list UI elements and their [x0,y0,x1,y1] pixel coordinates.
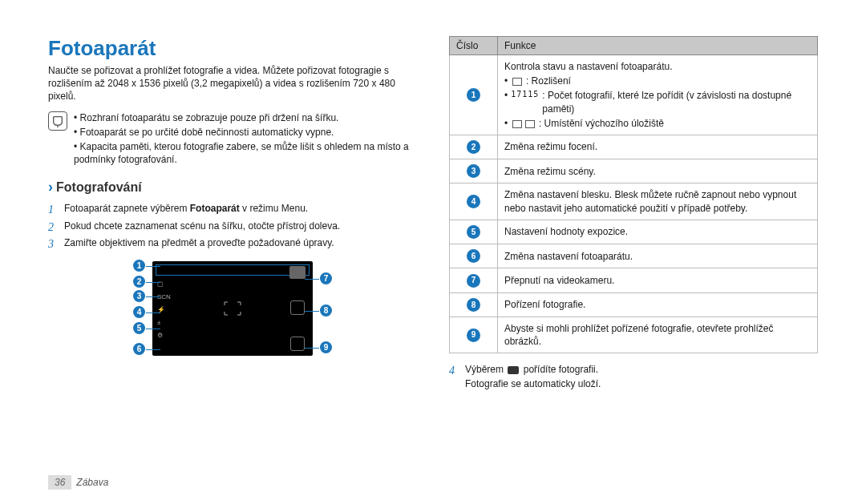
step-item: 4 Výběrem pořídíte fotografii. Fotografi… [449,363,818,391]
callout-lead [305,311,319,312]
row-num: 7 [450,268,498,292]
step-item: 1 Fotoaparát zapnete výběrem Fotoaparát … [48,202,417,216]
row-desc: Abyste si mohli prohlížet pořízené fotog… [498,317,818,353]
row-desc: Změna režimu scény. [498,159,818,183]
callout-circle: 3 [467,164,480,178]
focus-brackets [224,301,241,316]
intro-text: Naučte se pořizovat a prohlížet fotograf… [48,64,417,103]
callout-circle: 6 [467,249,480,263]
chevron-icon: › [48,179,53,196]
step-text: pořídíte fotografii. [524,364,598,375]
page-section: Zábava [76,477,108,488]
step-text: Výběrem [465,364,506,375]
row-desc: Kontrola stavu a nastavení fotoaparátu. … [498,55,818,135]
sub-bullet: : Umístění výchozího úložiště [504,117,811,130]
viewfinder: ▢SCN⚡±⚙ [152,261,313,356]
row-num: 6 [450,244,498,268]
note-list: Rozhraní fotoaparátu se zobrazuje pouze … [74,111,417,168]
callout-circle: 2 [467,140,480,154]
step-num: 2 [48,220,54,236]
callout-circle: 7 [467,274,480,288]
step-text: v režimu Menu. [240,203,308,214]
callout-circle: 5 [467,225,480,239]
page-number: 36 [48,475,71,490]
callout: 2 [133,276,145,288]
callout: 4 [133,306,145,318]
camera-diagram: ▢SCN⚡±⚙ 1 2 3 4 5 6 7 8 9 [136,261,329,356]
step-text: Fotoaparát zapnete výběrem [64,203,190,214]
callout-lead [305,348,319,349]
function-table: Číslo Funkce 1 Kontrola stavu a nastaven… [449,36,818,353]
step-bold: Fotoaparát [190,203,240,214]
sub-text: : Počet fotografií, které lze pořídit (v… [542,89,811,115]
row-desc: Změna nastavení blesku. Blesk můžete ruč… [498,183,818,220]
sub-bullets: : Rozlišení 17115 : Počet fotografií, kt… [504,75,811,130]
row-desc: Změna nastavení fotoaparátu. [498,244,818,268]
callout-circle: 8 [467,298,480,312]
callout: 8 [320,304,332,317]
page-heading: Fotoaparát [48,36,417,61]
page-footer: 36 Zábava [48,475,108,490]
row-desc: Přepnutí na videokameru. [498,268,818,292]
callout-lead [146,266,160,267]
storage-icon [512,120,522,128]
row-desc: Nastavení hodnoty expozice. [498,220,818,244]
note-item: Rozhraní fotoaparátu se zobrazuje pouze … [74,111,417,124]
row-num: 2 [450,135,498,159]
resolution-icon [512,78,522,86]
sub-text: : Rozlišení [524,75,571,87]
row-desc-text: Kontrola stavu a nastavení fotoaparátu. [504,60,811,73]
sub-text: : Umístění výchozího úložiště [536,118,664,129]
row-num: 3 [450,159,498,183]
count-value: 17115 [511,89,539,100]
th-number: Číslo [450,37,498,55]
row-num: 1 [450,55,498,135]
step-item: 2 Pokud chcete zaznamenat scénu na šířku… [48,220,417,233]
callout-lead [305,279,319,280]
th-function: Funkce [498,37,818,55]
note-item: Kapacita paměti, kterou fotografie zaber… [74,140,417,166]
callout: 7 [320,272,332,284]
note-icon [48,111,67,131]
callout-lead [146,282,160,283]
callout: 3 [133,290,145,302]
sub-bullet: : Rozlišení [504,75,811,87]
step-text: Zamiřte objektivem na předmět a proveďte… [64,237,334,248]
callout-circle: 9 [467,329,480,342]
step-num: 1 [48,202,54,218]
step-text: Fotografie se automaticky uloží. [465,378,601,389]
callout-lead [146,349,160,350]
row-num: 4 [450,183,498,220]
sub-heading-label: Fotografování [56,180,142,195]
callout: 5 [133,322,145,334]
step-num: 3 [48,236,54,252]
callout-circle: 1 [467,88,480,102]
step-text: Pokud chcete zaznamenat scénu na šířku, … [64,220,340,232]
callout-lead [146,329,160,329]
sub-heading: › Fotografování [48,179,417,196]
row-num: 8 [450,292,498,317]
row-num: 9 [450,317,498,353]
step-num: 4 [449,363,455,379]
note-block: Rozhraní fotoaparátu se zobrazuje pouze … [48,111,417,168]
camera-icon [508,366,519,374]
row-desc: Změna režimu focení. [498,135,818,159]
callout-circle: 4 [467,195,480,208]
diagram-left-icons: ▢SCN⚡±⚙ [157,280,171,339]
row-desc: Pořízení fotografie. [498,292,818,317]
callout: 6 [133,343,145,355]
note-item: Fotoaparát se po určité době nečinnosti … [74,126,417,139]
callout-lead [146,296,160,297]
row-num: 5 [450,220,498,244]
callout: 1 [133,260,145,272]
steps-list: 1 Fotoaparát zapnete výběrem Fotoaparát … [48,202,417,250]
callout-lead [146,312,160,313]
storage-icon [525,120,535,128]
sub-bullet: 17115 : Počet fotografií, které lze poří… [504,89,811,115]
step-item: 3 Zamiřte objektivem na předmět a proveď… [48,236,417,250]
callout: 9 [320,341,332,353]
